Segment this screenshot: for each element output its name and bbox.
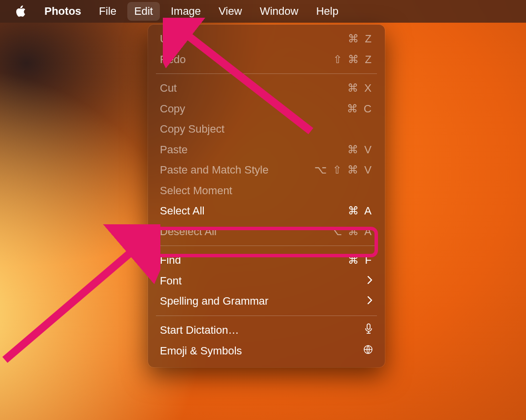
- menu-select-moment[interactable]: Select Moment: [153, 180, 380, 201]
- globe-icon: [358, 344, 373, 358]
- menu-shortcut: ⌘ F: [348, 253, 373, 267]
- menu-view[interactable]: View: [219, 0, 242, 23]
- menu-file[interactable]: File: [99, 0, 116, 23]
- menu-label: Start Dictation…: [160, 323, 359, 337]
- menu-label: Redo: [160, 53, 333, 67]
- menu-paste[interactable]: Paste ⌘ V: [153, 140, 380, 160]
- svg-rect-0: [367, 324, 370, 329]
- menu-font[interactable]: Font: [153, 271, 380, 291]
- menu-label: Emoji & Symbols: [160, 344, 358, 358]
- menu-shortcut: ⌥ ⌘ A: [330, 225, 373, 239]
- menu-copy-subject[interactable]: Copy Subject: [153, 119, 380, 140]
- menu-shortcut: ⌘ V: [347, 143, 373, 157]
- menu-label: Spelling and Grammar: [160, 294, 362, 308]
- menu-separator: [156, 245, 377, 246]
- menu-separator: [156, 315, 377, 316]
- svg-line-3: [5, 244, 141, 360]
- desktop-background: Photos File Edit Image View Window Help …: [0, 0, 526, 420]
- menu-label: Copy Subject: [160, 122, 373, 136]
- mic-icon: [359, 323, 373, 338]
- menu-shortcut: ⌥ ⇧ ⌘ V: [314, 163, 373, 177]
- edit-dropdown: Undo ⌘ Z Redo ⇧ ⌘ Z Cut ⌘ X Copy ⌘ C Cop…: [148, 25, 385, 367]
- menu-label: Paste: [160, 143, 347, 157]
- menu-cut[interactable]: Cut ⌘ X: [153, 78, 380, 99]
- menu-shortcut: ⌘ X: [347, 81, 373, 95]
- menu-separator: [156, 73, 377, 74]
- menu-shortcut: ⌘ Z: [348, 32, 373, 46]
- menu-shortcut: ⇧ ⌘ Z: [333, 53, 373, 67]
- menu-label: Font: [160, 274, 362, 288]
- menu-bar: Photos File Edit Image View Window Help: [0, 0, 526, 23]
- chevron-right-icon: [362, 275, 373, 287]
- menu-label: Find: [160, 253, 348, 267]
- menu-label: Paste and Match Style: [160, 163, 314, 177]
- menu-shortcut: ⌘ C: [347, 102, 373, 116]
- menu-help[interactable]: Help: [316, 0, 338, 23]
- menu-label: Copy: [160, 102, 347, 116]
- menu-edit[interactable]: Edit: [127, 2, 160, 21]
- menu-find[interactable]: Find ⌘ F: [153, 250, 380, 271]
- menu-label: Select All: [160, 204, 348, 218]
- menu-select-all[interactable]: Select All ⌘ A: [153, 201, 380, 221]
- menu-undo[interactable]: Undo ⌘ Z: [153, 29, 380, 49]
- menu-paste-match-style[interactable]: Paste and Match Style ⌥ ⇧ ⌘ V: [153, 160, 380, 180]
- menu-label: Undo: [160, 32, 348, 46]
- menu-redo[interactable]: Redo ⇧ ⌘ Z: [153, 49, 380, 70]
- menu-start-dictation[interactable]: Start Dictation…: [153, 320, 380, 341]
- menu-spelling-grammar[interactable]: Spelling and Grammar: [153, 291, 380, 312]
- menu-label: Select Moment: [160, 184, 373, 198]
- annotation-arrow-select-all: [0, 224, 160, 367]
- chevron-right-icon: [362, 295, 373, 307]
- menu-copy[interactable]: Copy ⌘ C: [153, 99, 380, 119]
- menu-label: Deselect All: [160, 225, 330, 239]
- app-name[interactable]: Photos: [44, 0, 81, 23]
- menu-image[interactable]: Image: [171, 0, 201, 23]
- menu-window[interactable]: Window: [260, 0, 298, 23]
- menu-deselect-all[interactable]: Deselect All ⌥ ⌘ A: [153, 221, 380, 242]
- menu-label: Cut: [160, 81, 347, 95]
- apple-logo-icon[interactable]: [14, 5, 27, 18]
- menu-emoji-symbols[interactable]: Emoji & Symbols: [153, 341, 380, 361]
- menu-shortcut: ⌘ A: [348, 204, 373, 218]
